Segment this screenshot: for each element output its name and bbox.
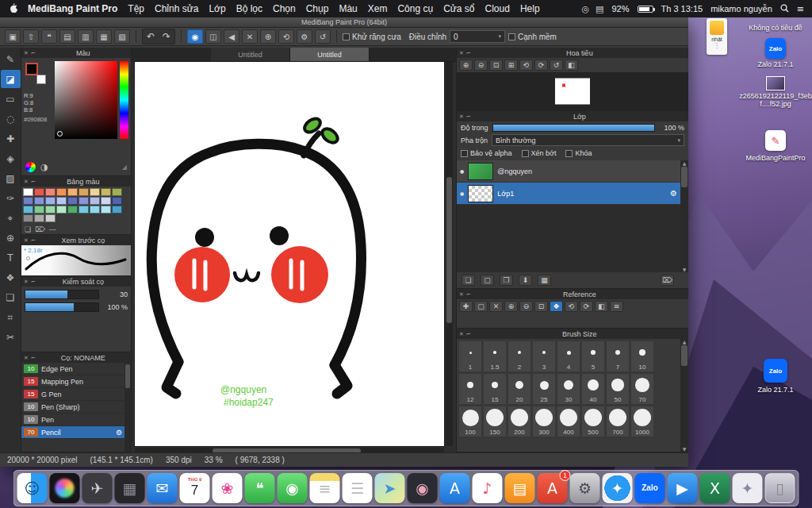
dock-photo-booth[interactable]: ◉ bbox=[408, 473, 438, 503]
brush-size-500[interactable]: 500 bbox=[581, 406, 605, 437]
dock-itunes[interactable]: ♪ bbox=[473, 473, 503, 503]
nav-actual-size-button[interactable]: ⊞ bbox=[504, 60, 518, 71]
ref-fit-button[interactable]: ⊡ bbox=[534, 301, 548, 312]
palette-swatch-11[interactable] bbox=[45, 197, 56, 205]
image-file-icon[interactable] bbox=[766, 76, 785, 90]
antialias-checkbox[interactable]: Khử răng cưa bbox=[343, 33, 401, 41]
brush-item-3[interactable]: 15G Pen bbox=[21, 388, 124, 401]
pan-tool[interactable]: ❖ bbox=[1, 268, 21, 287]
palette-swatch-0[interactable] bbox=[23, 188, 33, 196]
marquee-tool[interactable]: ▭ bbox=[1, 90, 21, 108]
zoom-tool[interactable]: ⊕ bbox=[1, 229, 21, 247]
close-panel-icon[interactable]: ✕ bbox=[459, 114, 464, 120]
app-status-icon[interactable]: ◎ bbox=[581, 4, 589, 14]
export-icon[interactable]: ⇧ bbox=[23, 29, 39, 44]
dock-trash[interactable]: ▯ bbox=[765, 473, 795, 503]
palette-swatch-9[interactable] bbox=[23, 197, 33, 205]
layer-item-0[interactable]: ●@ngquyen bbox=[457, 160, 680, 183]
display-icon[interactable]: ▤ bbox=[596, 4, 603, 14]
palette-swatch-6[interactable] bbox=[90, 188, 100, 196]
palette-swatch-28[interactable] bbox=[34, 214, 44, 222]
snap-vanishing-button[interactable]: ⊕ bbox=[260, 29, 276, 44]
close-panel-icon[interactable]: ✕ bbox=[459, 291, 464, 298]
palette-swatch-10[interactable] bbox=[34, 197, 44, 205]
palette-swatch-21[interactable] bbox=[56, 206, 67, 214]
layer-visibility-dot[interactable]: ● bbox=[460, 190, 464, 196]
dock-books[interactable]: ▤ bbox=[505, 473, 535, 503]
brush-size-30[interactable]: 30 bbox=[557, 373, 580, 405]
notification-center-icon[interactable]: ≡ bbox=[797, 4, 804, 14]
palette-swatch-27[interactable] bbox=[23, 214, 33, 222]
saturation-value-picker[interactable] bbox=[55, 61, 117, 139]
float-panel-icon[interactable]: ⌐ bbox=[466, 114, 471, 120]
brush-size-7[interactable]: 7 bbox=[606, 341, 630, 372]
palette-swatch-25[interactable] bbox=[101, 206, 111, 214]
close-panel-icon[interactable]: ✕ bbox=[24, 179, 29, 185]
layer-checkbox-2[interactable]: Khóa bbox=[565, 149, 592, 157]
menu-item-6[interactable]: Màu bbox=[339, 3, 357, 14]
dock-app-store[interactable]: A bbox=[440, 473, 470, 503]
navigator-thumbnail[interactable] bbox=[555, 79, 590, 105]
delete-layer-button[interactable]: ⌦ bbox=[661, 275, 674, 286]
dock-calendar[interactable]: THG 97 bbox=[180, 473, 210, 503]
snap-settings-button[interactable]: ⚙ bbox=[297, 29, 312, 44]
brush-size-50[interactable]: 50 bbox=[606, 373, 630, 405]
fg-bg-swatches[interactable] bbox=[24, 61, 52, 90]
close-panel-icon[interactable]: ✕ bbox=[459, 331, 464, 337]
dock-zalo[interactable]: Zalo bbox=[635, 473, 665, 503]
nav-rotate-right-button[interactable]: ⟳ bbox=[534, 60, 548, 71]
brush-size-300[interactable]: 300 bbox=[532, 406, 556, 437]
add-layer-button[interactable]: ❏ bbox=[462, 275, 475, 286]
palette-swatch-19[interactable] bbox=[34, 206, 44, 214]
float-panel-icon[interactable]: ⌐ bbox=[31, 279, 36, 285]
palette-swatch-8[interactable] bbox=[112, 188, 122, 196]
palette-swatch-1[interactable] bbox=[34, 188, 44, 196]
close-panel-icon[interactable]: ✕ bbox=[24, 50, 29, 56]
dock-system-preferences[interactable]: ⚙ bbox=[570, 473, 600, 503]
nav-reset-rotation-button[interactable]: ↺ bbox=[550, 60, 563, 71]
dock-photos[interactable]: ❀ bbox=[213, 473, 243, 503]
document-tab-1[interactable]: Untitled bbox=[290, 48, 370, 61]
layout-grid-icon[interactable]: ▦ bbox=[96, 29, 112, 44]
grid-tool[interactable]: ⌗ bbox=[1, 308, 21, 326]
canvas-drawing[interactable]: @ngquyen #hoidap247 bbox=[135, 62, 444, 446]
slice-tool[interactable]: ✂ bbox=[1, 328, 21, 346]
workspace-panel-icon[interactable]: ▣ bbox=[5, 29, 21, 44]
menu-item-10[interactable]: Cloud bbox=[485, 3, 510, 14]
close-panel-icon[interactable]: ✕ bbox=[24, 279, 29, 285]
dock-reminders[interactable]: ☰ bbox=[343, 473, 373, 503]
brush-size-15[interactable]: 15 bbox=[483, 373, 507, 405]
close-panel-icon[interactable]: ✕ bbox=[459, 50, 464, 56]
palette-swatch-18[interactable] bbox=[23, 206, 33, 214]
brush-list-scrollbar[interactable] bbox=[124, 363, 131, 452]
add-folder-button[interactable]: ▢ bbox=[481, 275, 494, 286]
brush-size-400[interactable]: 400 bbox=[557, 406, 580, 437]
fill-tool[interactable]: ◈ bbox=[1, 149, 21, 167]
palette-swatch-26[interactable] bbox=[112, 206, 122, 214]
menu-item-4[interactable]: Chọn bbox=[273, 3, 296, 14]
palette-swatch-24[interactable] bbox=[90, 206, 100, 214]
palette-swatch-2[interactable] bbox=[45, 188, 56, 196]
zalo-desktop-icon[interactable]: Zalo bbox=[765, 38, 786, 59]
desktop-icon-label[interactable]: Zalo 21.7.1 bbox=[739, 60, 812, 68]
select-boundary-button[interactable]: ◫ bbox=[205, 29, 221, 44]
desktop-icon-label[interactable]: Zalo 21.7.1 bbox=[739, 386, 812, 394]
add-swatch-icon[interactable]: ❏ bbox=[25, 225, 31, 233]
update-notification[interactable]: nhật ⋮ bbox=[707, 18, 727, 55]
resize-grip-icon[interactable]: ◢ bbox=[122, 164, 127, 171]
palette-swatch-17[interactable] bbox=[112, 197, 122, 205]
palette-swatch-16[interactable] bbox=[101, 197, 111, 205]
dock-mission-control[interactable]: ▦ bbox=[115, 473, 145, 503]
dock-launchpad[interactable]: ✈ bbox=[82, 473, 113, 503]
dock-maps[interactable]: ➤ bbox=[375, 473, 405, 503]
layout-single-icon[interactable]: ▤ bbox=[59, 29, 75, 44]
palette-swatch-4[interactable] bbox=[67, 188, 78, 196]
nav-zoom-out-button[interactable]: ⊖ bbox=[474, 60, 488, 71]
gradient-tool[interactable]: ▨ bbox=[1, 169, 21, 187]
undo-button[interactable]: ↶ bbox=[143, 29, 159, 44]
dock-notes[interactable]: ≡ bbox=[310, 473, 340, 503]
palette-swatch-29[interactable] bbox=[45, 214, 56, 222]
move-tool[interactable]: ✚ bbox=[1, 129, 21, 148]
blend-mode-dropdown[interactable]: Bình thường ▾ bbox=[492, 134, 684, 146]
nav-zoom-in-button[interactable]: ⊕ bbox=[459, 60, 473, 71]
